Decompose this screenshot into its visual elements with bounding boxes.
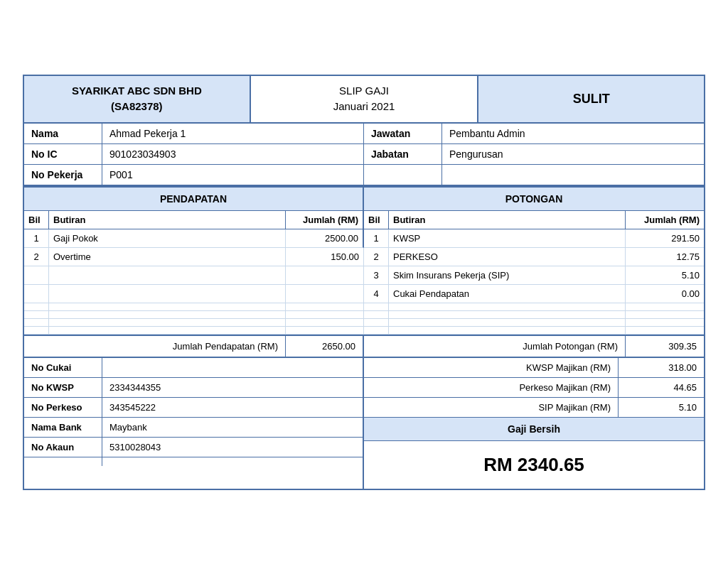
perkeso-majikan-row: Perkeso Majikan (RM) 44.65 xyxy=(364,378,704,398)
empty-label xyxy=(364,165,442,185)
jabatan-label: Jabatan xyxy=(364,144,442,164)
bottom-left: No Cukai No KWSP 2334344355 No Perkeso 3… xyxy=(24,358,364,489)
employee-info: Nama Ahmad Pekerja 1 Jawatan Pembantu Ad… xyxy=(24,124,704,186)
sip-majikan-label: SIP Majikan (RM) xyxy=(364,398,619,417)
pend-butiran-4 xyxy=(49,303,286,311)
pend-total-label: Jumlah Pendapatan (RM) xyxy=(24,336,286,357)
pend-bil-header: Bil xyxy=(24,211,49,229)
pot-bil-7 xyxy=(364,327,389,335)
nama-bank-value: Maybank xyxy=(102,418,363,437)
kwsp-majikan-value: 318.00 xyxy=(619,358,704,377)
pot-bil-3: 4 xyxy=(364,285,389,303)
jabatan-value: Pengurusan xyxy=(442,144,704,164)
pot-butiran-0: KWSP xyxy=(389,229,626,248)
pot-bil-2: 3 xyxy=(364,266,389,285)
totals-row: Jumlah Pendapatan (RM) 2650.00 Jumlah Po… xyxy=(24,335,704,358)
pend-bil-1: 2 xyxy=(24,248,49,266)
pot-bil-0: 1 xyxy=(364,229,389,248)
pot-bil-1: 2 xyxy=(364,248,389,266)
company-info: SYARIKAT ABC SDN BHD (SA82378) xyxy=(24,76,251,122)
pend-jumlah-header: Jumlah (RM) xyxy=(286,211,364,229)
pend-jumlah-3 xyxy=(286,285,364,303)
pot-butiran-header: Butiran xyxy=(389,211,626,229)
pot-butiran-3: Cukai Pendapatan xyxy=(389,285,626,303)
pot-butiran-4 xyxy=(389,303,626,311)
pot-jumlah-0: 291.50 xyxy=(626,229,704,248)
pot-total-label: Jumlah Potongan (RM) xyxy=(364,336,626,357)
pot-butiran-6 xyxy=(389,319,626,327)
no-kwsp-label: No KWSP xyxy=(24,378,102,397)
empty-row xyxy=(24,457,363,466)
no-kwsp-value: 2334344355 xyxy=(102,378,363,397)
emp-row-nama: Nama Ahmad Pekerja 1 Jawatan Pembantu Ad… xyxy=(24,124,704,144)
slip-title: SLIP GAJI xyxy=(262,83,467,99)
pend-jumlah-6 xyxy=(286,319,364,327)
company-name: SYARIKAT ABC SDN BHD xyxy=(35,83,239,99)
pot-jumlah-3: 0.00 xyxy=(626,285,704,303)
slip-container: SYARIKAT ABC SDN BHD (SA82378) SLIP GAJI… xyxy=(23,75,705,490)
bottom-right: KWSP Majikan (RM) 318.00 Perkeso Majikan… xyxy=(364,358,704,489)
pot-jumlah-6 xyxy=(626,319,704,327)
pend-butiran-0: Gaji Pokok xyxy=(49,229,286,248)
pot-butiran-5 xyxy=(389,311,626,319)
header: SYARIKAT ABC SDN BHD (SA82378) SLIP GAJI… xyxy=(24,76,704,124)
pot-butiran-1: PERKESO xyxy=(389,248,626,266)
no-perkeso-label: No Perkeso xyxy=(24,398,102,417)
pend-butiran-1: Overtime xyxy=(49,248,286,266)
data-rows: 1Gaji Pokok2500.001KWSP291.502Overtime15… xyxy=(24,229,704,335)
pot-total-value: 309.35 xyxy=(626,336,704,357)
jawatan-label: Jawatan xyxy=(364,124,442,143)
no-pekerja-label: No Pekerja xyxy=(24,165,102,185)
pend-butiran-3 xyxy=(49,285,286,303)
section-headers: PENDAPATAN POTONGAN xyxy=(24,186,704,211)
empty-value xyxy=(442,165,704,185)
pend-total-value: 2650.00 xyxy=(286,336,364,357)
pot-bil-6 xyxy=(364,319,389,327)
sip-majikan-row: SIP Majikan (RM) 5.10 xyxy=(364,398,704,418)
pot-jumlah-7 xyxy=(626,327,704,335)
gaji-bersih-header: Gaji Bersih xyxy=(364,418,704,441)
pend-jumlah-7 xyxy=(286,327,364,335)
pot-butiran-2: Skim Insurans Pekerja (SIP) xyxy=(389,266,626,285)
pend-jumlah-1: 150.00 xyxy=(286,248,364,266)
pend-butiran-7 xyxy=(49,327,286,335)
pend-bil-4 xyxy=(24,303,49,311)
pot-bil-header: Bil xyxy=(364,211,389,229)
kwsp-majikan-label: KWSP Majikan (RM) xyxy=(364,358,619,377)
pot-jumlah-5 xyxy=(626,311,704,319)
perkeso-majikan-label: Perkeso Majikan (RM) xyxy=(364,378,619,397)
pend-butiran-header: Butiran xyxy=(49,211,286,229)
pend-butiran-6 xyxy=(49,319,286,327)
no-akaun-label: No Akaun xyxy=(24,438,102,457)
slip-title-block: SLIP GAJI Januari 2021 xyxy=(251,76,478,122)
bottom-section: No Cukai No KWSP 2334344355 No Perkeso 3… xyxy=(24,358,704,489)
pot-jumlah-header: Jumlah (RM) xyxy=(626,211,704,229)
nama-bank-label: Nama Bank xyxy=(24,418,102,437)
no-ic-label: No IC xyxy=(24,144,102,164)
no-cukai-value xyxy=(102,358,363,377)
pot-jumlah-1: 12.75 xyxy=(626,248,704,266)
pend-bil-7 xyxy=(24,327,49,335)
no-ic-value: 901023034903 xyxy=(102,144,364,164)
pend-jumlah-2 xyxy=(286,266,364,285)
perkeso-majikan-value: 44.65 xyxy=(619,378,704,397)
pendapatan-header: PENDAPATAN xyxy=(24,186,364,210)
nama-bank-row: Nama Bank Maybank xyxy=(24,418,363,438)
pot-jumlah-4 xyxy=(626,303,704,311)
pend-bil-6 xyxy=(24,319,49,327)
no-cukai-label: No Cukai xyxy=(24,358,102,377)
no-pekerja-value: P001 xyxy=(102,165,364,185)
emp-row-noid: No IC 901023034903 Jabatan Pengurusan xyxy=(24,144,704,165)
pend-bil-5 xyxy=(24,311,49,319)
pot-butiran-7 xyxy=(389,327,626,335)
company-reg: (SA82378) xyxy=(35,99,239,115)
pend-bil-2 xyxy=(24,266,49,285)
no-akaun-row: No Akaun 5310028043 xyxy=(24,438,363,457)
no-perkeso-value: 343545222 xyxy=(102,398,363,417)
jawatan-value: Pembantu Admin xyxy=(442,124,704,143)
pend-jumlah-5 xyxy=(286,311,364,319)
col-headers: Bil Butiran Jumlah (RM) Bil Butiran Juml… xyxy=(24,211,704,229)
gaji-bersih-value: RM 2340.65 xyxy=(364,441,704,489)
potongan-header: POTONGAN xyxy=(364,186,704,210)
pend-bil-3 xyxy=(24,285,49,303)
